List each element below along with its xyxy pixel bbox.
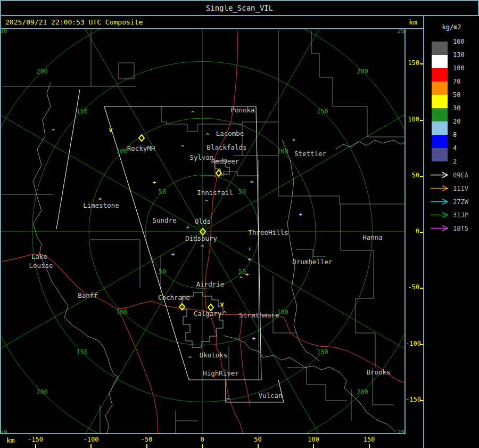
town-point-marker: ^	[206, 132, 210, 139]
town-point-marker: ^	[52, 128, 55, 135]
town-point-marker: ^	[181, 144, 185, 151]
legend-scale-value: 130	[453, 51, 474, 59]
range-ring-label: 150	[76, 108, 88, 115]
legend-color-swatch	[432, 42, 448, 55]
river-path	[224, 336, 396, 432]
right-axis: 150100500-50-100-150	[406, 29, 423, 434]
legend-panel: kg/m2 1601301007050302084209EA111V27ZW31…	[423, 16, 479, 448]
legend-color-swatch	[432, 108, 448, 121]
y-axis-tick-label: -50	[406, 283, 419, 291]
x-axis-tick-mark	[258, 444, 259, 448]
city-label-banff: Banff	[78, 291, 98, 299]
x-axis-tick-mark	[35, 444, 36, 448]
azimuth-line-300deg	[1, 83, 202, 232]
range-ring-label: 100	[116, 148, 128, 155]
y-axis-tick-label: 150	[406, 59, 419, 67]
county-boundary-line	[90, 240, 140, 288]
range-ring-label: 250	[397, 29, 406, 35]
range-ring-label: 150	[317, 108, 328, 115]
radar-legend-row: 111V	[430, 185, 477, 192]
county-boundary-line	[287, 368, 347, 401]
town-point-marker: *	[250, 180, 254, 186]
radar-arrow-icon	[430, 211, 451, 218]
legend-scale-value: 30	[453, 104, 474, 112]
city-label-drumheller: Drumheller	[292, 258, 333, 266]
radar-map-canvas[interactable]: 5050505010010010010015015015015020020020…	[1, 29, 406, 433]
radar-legend-row: 09EA	[430, 172, 477, 179]
city-label-blackfalds: Blackfalds	[207, 143, 246, 151]
town-point-marker: +	[153, 179, 156, 186]
city-label-vulcan: Vulcan	[258, 392, 282, 400]
county-boundary-line	[119, 63, 134, 79]
city-label-stettler: Stettler	[294, 150, 327, 158]
radar-id-label: 31JP	[453, 211, 468, 219]
range-ring-label: 50	[159, 268, 166, 275]
town-point-marker: +	[248, 246, 252, 252]
county-boundary-line	[296, 249, 326, 257]
range-ring-label: 150	[317, 348, 328, 356]
city-label-brooks: Brooks	[366, 368, 390, 376]
radar-arrow-icon	[430, 172, 451, 178]
city-label-threehills: ThreeHills	[248, 229, 288, 237]
city-label-sylvan: Sylvan	[189, 153, 213, 161]
x-axis-tick-mark	[369, 444, 370, 448]
city-label-highriver: HighRiver	[203, 369, 239, 377]
range-ring-label: 200	[357, 388, 368, 396]
legend-scale-value: 4	[453, 144, 474, 152]
legend-scale-value: 2	[453, 158, 474, 165]
x-axis-tick-label: 100	[308, 436, 319, 443]
city-label-reddeer: RedDeer	[211, 157, 240, 165]
x-axis-tick-label: -100	[84, 436, 99, 443]
highway-22-path	[117, 309, 158, 433]
city-label-calgary: Calgary	[194, 309, 222, 317]
title-bar: Single_Scan_VIL	[0, 0, 479, 16]
city-label-louise: Louise	[29, 262, 53, 270]
y-axis-tick-label: -100	[406, 340, 419, 347]
range-ring-label: 200	[36, 388, 48, 396]
city-label-sundre: Sundre	[152, 216, 176, 224]
radar-id-label: 111V	[453, 185, 468, 192]
town-point-marker: ^	[240, 275, 243, 282]
azimuth-line-210deg	[53, 232, 202, 433]
legend-scale-value: 160	[453, 38, 474, 45]
azimuth-line-330deg	[53, 29, 202, 232]
town-point-marker: ^	[223, 310, 227, 317]
town-point-marker: ^	[205, 199, 209, 206]
range-ring-label: 250	[1, 29, 7, 35]
x-axis-tick-mark	[313, 444, 314, 448]
town-point-marker: *	[98, 197, 102, 203]
town-point-marker: ^	[201, 244, 204, 251]
map-area[interactable]: 5050505010010010010015015015015020020020…	[0, 29, 406, 434]
city-label-rockymh: RockyMH	[127, 144, 155, 152]
city-label-lacombe: Lacombe	[216, 129, 244, 137]
city-label-innisfail: Innisfail	[197, 189, 233, 197]
x-axis-tick-mark	[90, 444, 92, 448]
legend-color-swatch	[432, 121, 448, 135]
city-label-lake: Lake	[31, 252, 47, 260]
radar-legend-row: 18TS	[430, 225, 477, 232]
x-axis-tick-label: 150	[364, 436, 375, 443]
legend-color-swatch	[432, 95, 448, 108]
radar-legend-row: 31JP	[430, 211, 477, 219]
city-label-strathmore: Strathmore	[239, 311, 279, 319]
county-boundary-line	[161, 106, 278, 132]
yellow-check-marker-icon: v	[220, 300, 224, 308]
river-path	[335, 140, 406, 149]
highway-24-path	[240, 314, 250, 406]
range-ring-label: 50	[159, 188, 166, 196]
radar-id-label: 18TS	[453, 225, 468, 232]
city-label-okotoks: Okotoks	[200, 351, 228, 359]
county-boundary-line	[278, 196, 406, 204]
legend-scale-value: 50	[453, 91, 474, 99]
range-ring-label: 200	[357, 68, 368, 75]
town-point-marker: ^	[226, 397, 230, 404]
bottom-axis: km -150-100-50050100150	[0, 434, 423, 448]
x-axis-tick-label: 0	[200, 436, 204, 443]
city-label-hanna: Hanna	[362, 233, 383, 241]
town-point-marker: ^	[188, 355, 192, 362]
map-markers: vv^^^^^^^^^^++++++++***	[52, 110, 303, 404]
radar-arrow-icon	[430, 198, 451, 205]
y-axis-tick-label: 50	[406, 172, 419, 179]
y-axis-tick-label: -150	[406, 396, 419, 403]
range-ring-label: 150	[76, 348, 88, 356]
